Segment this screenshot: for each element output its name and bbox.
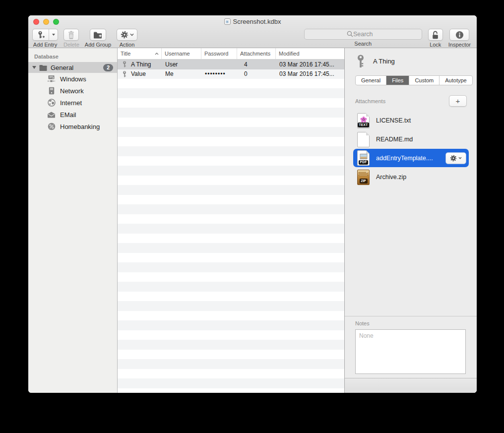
add-attachment-button[interactable]: +: [449, 95, 467, 107]
inspector-spacer: [345, 186, 477, 316]
percent-icon: [47, 123, 56, 131]
toolbar-item-inspector: Inspector: [448, 29, 471, 48]
titlebar[interactable]: Screenshot.kdbx: [28, 15, 477, 28]
close-button[interactable]: [33, 19, 39, 25]
lock-label: Lock: [430, 42, 441, 48]
inspector-button[interactable]: [449, 29, 469, 41]
attachment-row-selected[interactable]: PDF addEntryTemplate....: [353, 149, 469, 167]
trash-icon: [67, 31, 75, 39]
table-row[interactable]: Value Me •••••••• 0 03 Mar 2016 17:45...: [118, 69, 344, 79]
sidebar-item-label: Homebanking: [60, 123, 100, 130]
toolbar: Add Entry Delete: [28, 28, 477, 48]
column-header-username[interactable]: Username: [162, 48, 201, 59]
sidebar-item-internet[interactable]: Internet: [28, 97, 117, 109]
add-entry-dropdown[interactable]: [49, 29, 58, 40]
table-row[interactable]: A Thing User 4 03 Mar 2016 17:45...: [118, 60, 344, 69]
tab-files[interactable]: Files: [386, 76, 409, 85]
inspector-footer: [345, 378, 477, 393]
entry-title: A Thing: [131, 61, 151, 68]
screenshot-canvas: Screenshot.kdbx: [0, 0, 504, 433]
column-label: Modified: [279, 51, 300, 57]
column-header-attachments[interactable]: Attachments: [237, 48, 276, 59]
window-header: Screenshot.kdbx: [28, 15, 477, 48]
key-icon: [122, 61, 127, 67]
table-header: Title Username Password Attachments: [118, 48, 344, 60]
group-count-badge: 2: [103, 64, 113, 71]
attachments-header: Attachments +: [355, 95, 467, 107]
globe-icon: [47, 99, 56, 107]
sort-ascending-icon: [155, 53, 159, 55]
inspector-entry-header: A Thing: [356, 55, 477, 68]
attachment-row[interactable]: + ZIP Archive.zip: [345, 168, 477, 186]
toolbar-item-add-entry: Add Entry: [32, 29, 58, 48]
toolbar-item-add-group: Add Group: [85, 29, 111, 48]
search-input[interactable]: [304, 29, 422, 40]
sidebar-item-email[interactable]: EMail: [28, 109, 117, 121]
attachment-name: LICENSE.txt: [376, 117, 411, 124]
table-body: A Thing User 4 03 Mar 2016 17:45...: [118, 60, 344, 393]
column-label: Attachments: [240, 51, 270, 57]
chevron-down-icon: [458, 157, 462, 159]
sidebar-item-windows[interactable]: Windows: [28, 73, 117, 85]
document-icon: [224, 18, 231, 25]
column-header-modified[interactable]: Modified: [276, 48, 344, 59]
cell-attachments: 0: [237, 70, 276, 77]
inspector-label: Inspector: [448, 42, 471, 48]
traffic-lights: [33, 19, 59, 25]
sidebar-item-label: Windows: [60, 75, 86, 83]
attachment-name: README.md: [376, 136, 413, 143]
lock-button[interactable]: [428, 29, 443, 41]
attachment-row[interactable]: TEXT LICENSE.txt: [345, 111, 477, 130]
key-plus-icon[interactable]: [33, 29, 49, 40]
cell-password: ••••••••: [201, 70, 237, 77]
tab-general[interactable]: General: [356, 76, 386, 85]
column-label: Password: [204, 51, 228, 57]
action-label: Action: [120, 42, 135, 48]
cell-username: Me: [162, 70, 201, 77]
delete-label: Delete: [63, 42, 79, 48]
entry-table: Title Username Password Attachments: [118, 48, 345, 393]
folder-plus-icon: [93, 31, 102, 39]
file-type-badge: TEXT: [358, 123, 370, 127]
toolbar-right: Search Lock: [304, 29, 471, 48]
sidebar-item-general[interactable]: General 2: [28, 62, 117, 73]
notes-textarea[interactable]: [355, 329, 466, 374]
sidebar-item-label: EMail: [60, 111, 76, 119]
zip-file-icon: + ZIP: [357, 170, 370, 185]
sidebar: Database General 2: [28, 48, 118, 393]
attachment-name: Archive.zip: [376, 174, 406, 181]
sidebar-item-label: Internet: [60, 99, 82, 107]
delete-button[interactable]: [63, 29, 79, 41]
search-label: Search: [354, 41, 372, 47]
action-button[interactable]: [117, 29, 137, 41]
add-group-button[interactable]: [90, 29, 106, 41]
disclosure-triangle-icon[interactable]: [32, 66, 36, 69]
attachment-list: TEXT LICENSE.txt README.md: [345, 111, 477, 186]
sidebar-item-network[interactable]: Network: [28, 85, 117, 97]
entry-title: Value: [131, 70, 146, 77]
attachment-name: addEntryTemplate....: [376, 155, 433, 162]
cell-title: Value: [118, 70, 162, 77]
column-header-password[interactable]: Password: [201, 48, 237, 59]
sidebar-item-homebanking[interactable]: Homebanking: [28, 121, 117, 132]
tab-custom[interactable]: Custom: [409, 76, 440, 85]
sidebar-item-label: Network: [60, 87, 84, 95]
window-title: Screenshot.kdbx: [233, 18, 281, 25]
zoom-button[interactable]: [53, 19, 59, 25]
unlocked-padlock-icon: [432, 31, 439, 39]
cell-modified: 03 Mar 2016 17:45...: [276, 70, 344, 77]
inspector-panel: A Thing General Files Custom Autotype At…: [345, 48, 477, 393]
add-entry-label: Add Entry: [33, 42, 57, 48]
attachments-label: Attachments: [355, 98, 385, 104]
file-type-badge: ZIP: [359, 179, 367, 184]
add-group-label: Add Group: [85, 42, 111, 48]
add-entry-button[interactable]: [32, 29, 58, 41]
minimize-button[interactable]: [43, 19, 49, 25]
column-header-title[interactable]: Title: [118, 48, 162, 59]
envelope-icon: [47, 111, 56, 119]
attachment-row[interactable]: README.md: [345, 130, 477, 149]
gear-icon: [450, 155, 457, 162]
toolbar-item-action: Action: [117, 29, 137, 48]
attachment-action-button[interactable]: [445, 152, 466, 164]
tab-autotype[interactable]: Autotype: [440, 76, 472, 85]
